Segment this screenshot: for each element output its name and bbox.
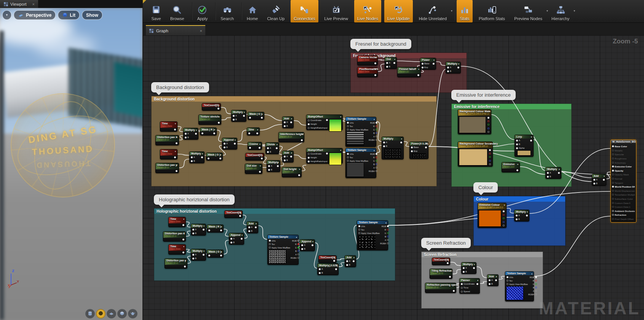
output-pin-rgba[interactable]: [297, 257, 299, 259]
comment-bubble-colour[interactable]: Colour: [473, 182, 498, 193]
output-pin[interactable]: [503, 210, 505, 212]
output-pin[interactable]: [425, 146, 427, 148]
chevron-down-icon[interactable]: ▾: [196, 129, 197, 132]
chevron-down-icon[interactable]: ▾: [203, 225, 205, 228]
comment-header[interactable]: Screen Refraction: [422, 252, 543, 257]
material-pin-tessellation-multiplier[interactable]: [612, 194, 614, 196]
lit-mode-button[interactable]: Lit: [58, 10, 80, 20]
output-pin[interactable]: [259, 147, 260, 149]
node-emissive[interactable]: EmissiveParam (12)▾: [502, 162, 520, 172]
chevron-down-icon[interactable]: ▾: [235, 139, 236, 142]
material-pin-opacity-mask[interactable]: [612, 174, 614, 175]
chevron-down-icon[interactable]: ▾: [276, 143, 278, 146]
node-header[interactable]: Multiply▾: [462, 263, 476, 266]
node-header[interactable]: Fresnel falloffParam (1)▾: [398, 67, 420, 73]
chevron-down-icon[interactable]: ▾: [183, 245, 184, 248]
node-multiply[interactable]: Multiply▾AB: [189, 151, 205, 163]
material-pin-custom-data-1[interactable]: [612, 206, 614, 208]
node-header[interactable]: Background Colour SecondaryParam (0.615,…: [458, 142, 492, 148]
input-pin-b[interactable]: [268, 169, 270, 171]
node-header[interactable]: Tiling RefractionParam (0.5)▾: [430, 269, 452, 275]
output-pin[interactable]: [195, 133, 197, 135]
input-pin-coordinate[interactable]: [308, 119, 310, 121]
output-pin[interactable]: [453, 290, 455, 292]
node-multiply[interactable]: Multiply▾AB: [191, 249, 206, 261]
output-pin[interactable]: [476, 283, 478, 285]
collapse-icon[interactable]: ▴: [296, 236, 297, 239]
material-pin-refraction[interactable]: [612, 214, 614, 216]
chevron-down-icon[interactable]: ▾: [375, 56, 376, 59]
node-header[interactable]: Mask ( G )▾: [206, 153, 222, 156]
node-cosine[interactable]: Cosine▾: [248, 142, 262, 150]
node-texture-sample[interactable]: Texture Sample▴UVsTexApply View MipBiasR…: [505, 271, 534, 301]
node-tiling-refraction[interactable]: Tiling RefractionParam (0.5)▾: [430, 269, 452, 279]
output-pin[interactable]: [487, 117, 489, 119]
toolbar-button-home[interactable]: Home: [244, 0, 261, 22]
chevron-down-icon[interactable]: ▾: [219, 116, 220, 118]
comment-bubble-background-distortion[interactable]: Background distortion: [151, 82, 209, 92]
output-pin[interactable]: [449, 276, 451, 278]
input-pin-uvs[interactable]: [269, 240, 271, 242]
input-pin-uvs[interactable]: [358, 225, 360, 227]
chevron-down-icon[interactable]: ▾: [262, 113, 263, 116]
node-header[interactable]: Mask ( R )▾: [200, 128, 216, 131]
material-pin-anisotropy[interactable]: [612, 162, 614, 164]
chevron-down-icon[interactable]: ▾: [218, 104, 219, 107]
chevron-down-icon[interactable]: ▾: [418, 68, 419, 71]
output-pin[interactable]: [489, 149, 491, 151]
node-add[interactable]: Add▾AB: [592, 174, 606, 186]
output-pin[interactable]: [487, 124, 489, 126]
output-pin[interactable]: [335, 268, 337, 270]
input-pin-coordinate[interactable]: [461, 283, 463, 285]
material-pin-custom-data-0[interactable]: [612, 202, 614, 204]
material-pin-world-position-offset[interactable]: [612, 186, 614, 188]
chevron-down-icon[interactable]: ▾: [299, 168, 300, 171]
node-header[interactable]: TimeInput Data▾: [160, 150, 177, 156]
output-pin-a[interactable]: [535, 290, 537, 292]
node-bumpoffset[interactable]: BumpOffset▾CoordinateHeightHeightRatioIn…: [306, 115, 343, 130]
output-pin[interactable]: [298, 174, 300, 176]
node-refraction-panning-speed[interactable]: Refraction panning speedParam (0.1)▾: [425, 283, 456, 293]
node-distortion-pan-x[interactable]: Distortion pan XParam (0.1)▾: [163, 231, 186, 242]
node-distortion-pan-y[interactable]: Distortion pan yParam (0.1)▾: [165, 258, 187, 269]
viewport-3d-preview[interactable]: DING AT SG THOUSAND THOUSAND ▼ Perspecti…: [0, 8, 142, 320]
material-pin-roughness[interactable]: [612, 158, 614, 159]
node-append[interactable]: Append▾AB: [300, 239, 315, 251]
chevron-down-icon[interactable]: ▾: [490, 143, 491, 145]
node-power[interactable]: Power▾BaseExp: [420, 58, 436, 70]
node-header[interactable]: TexCoord[0]▾: [319, 256, 336, 259]
close-icon[interactable]: ×: [32, 2, 35, 6]
chevron-down-icon[interactable]: ▾: [244, 111, 245, 114]
node-header[interactable]: Multiply▾: [515, 210, 529, 213]
output-pin-rgba[interactable]: [387, 242, 389, 244]
comment-header[interactable]: Colour: [474, 196, 565, 202]
node-header[interactable]: Multiply▾: [191, 249, 206, 253]
output-pin-r[interactable]: [376, 125, 377, 127]
output-pin[interactable]: [495, 279, 497, 281]
chevron-down-icon[interactable]: ▾: [340, 149, 341, 152]
node-header[interactable]: TexCoord[0]▾: [432, 258, 450, 261]
chevron-down-icon[interactable]: ▾: [176, 164, 177, 167]
output-pin[interactable]: [184, 266, 186, 267]
input-pin-height[interactable]: [308, 123, 310, 125]
chevron-down-icon[interactable]: ▾: [559, 168, 560, 171]
output-pin-rgba[interactable]: [535, 293, 537, 295]
output-pin[interactable]: [217, 108, 219, 110]
chevron-down-icon[interactable]: ▾: [336, 264, 337, 267]
chevron-down-icon[interactable]: ▾: [375, 68, 376, 71]
node-m-holoscreen-bg[interactable]: M_HoloScreen_BGBase ColorMetallicSpecula…: [610, 140, 636, 223]
input-pin-a[interactable]: [319, 268, 321, 270]
input-pin-b[interactable]: [191, 160, 193, 162]
output-pin-rgb[interactable]: [535, 276, 537, 278]
collapse-icon[interactable]: ▴: [374, 149, 375, 152]
chevron-down-icon[interactable]: ▾: [175, 123, 176, 125]
node-header[interactable]: BumpOffset▾: [307, 148, 342, 152]
chevron-down-icon[interactable]: ▾: [240, 212, 241, 214]
output-pin[interactable]: [220, 229, 222, 231]
comment-header[interactable]: Holographic horiztonal distortion: [154, 209, 395, 214]
output-pin-r[interactable]: [297, 243, 299, 245]
preview-mesh-button-cylinder[interactable]: [85, 309, 95, 318]
input-pin-a[interactable]: [383, 142, 385, 143]
node-header[interactable]: Multiply▾: [382, 137, 403, 140]
output-pin[interactable]: [530, 140, 532, 142]
